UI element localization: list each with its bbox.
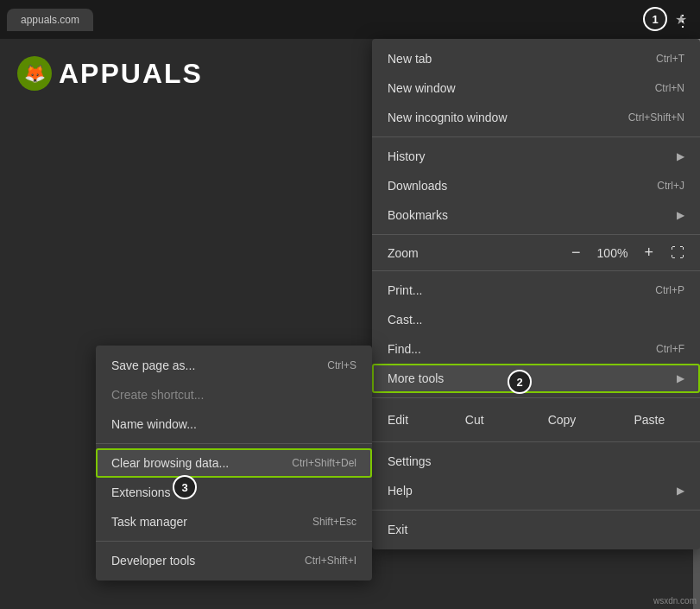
menu-item-new-tab[interactable]: New tab Ctrl+T	[372, 44, 700, 73]
menu-item-settings[interactable]: Settings	[372, 447, 700, 476]
menu-label-settings: Settings	[388, 454, 432, 468]
logo-text: APPUALS	[59, 58, 203, 90]
sub-menu-more-tools: Save page as... Ctrl+S Create shortcut..…	[96, 346, 372, 580]
arrow-history: ▶	[677, 150, 684, 162]
separator-2	[372, 234, 700, 235]
shortcut-downloads: Ctrl+J	[657, 180, 684, 192]
menu-label-incognito: New incognito window	[388, 111, 508, 124]
menu-item-cast[interactable]: Cast...	[372, 305, 700, 334]
menu-item-print[interactable]: Print... Ctrl+P	[372, 276, 700, 305]
separator-4	[372, 397, 700, 398]
menu-label-history: History	[388, 149, 426, 163]
menu-label-help: Help	[388, 484, 413, 498]
main-menu: New tab Ctrl+T New window Ctrl+N New inc…	[372, 39, 700, 549]
copy-button[interactable]: Copy	[518, 408, 605, 432]
separator-6	[372, 510, 700, 511]
submenu-item-task-manager[interactable]: Task manager Shift+Esc	[96, 507, 372, 536]
menu-label-exit: Exit	[388, 523, 407, 536]
zoom-fullscreen-button[interactable]: ⛶	[671, 245, 684, 261]
cut-button[interactable]: Cut	[431, 408, 518, 432]
watermark: wsxdn.com	[653, 596, 697, 606]
menu-item-new-window[interactable]: New window Ctrl+N	[372, 73, 700, 103]
menu-item-more-tools[interactable]: More tools ▶	[372, 364, 700, 393]
sub-separator-1	[96, 443, 372, 444]
arrow-bookmarks: ▶	[677, 209, 684, 221]
browser-top-bar: appuals.com ★	[0, 0, 700, 39]
menu-label-bookmarks: Bookmarks	[388, 208, 448, 222]
shortcut-new-tab: Ctrl+T	[656, 53, 684, 65]
appuals-logo: 🦊 APPUALS	[17, 56, 203, 91]
edit-label: Edit	[379, 413, 431, 427]
shortcut-new-window: Ctrl+N	[655, 82, 684, 94]
menu-item-incognito[interactable]: New incognito window Ctrl+Shift+N	[372, 103, 700, 132]
zoom-minus-button[interactable]: −	[566, 244, 586, 262]
submenu-label-clear-browsing: Clear browsing data...	[111, 456, 229, 470]
separator-3	[372, 270, 700, 271]
menu-item-find[interactable]: Find... Ctrl+F	[372, 334, 700, 364]
zoom-controls: − 100% + ⛶	[566, 244, 684, 262]
shortcut-task-manager: Shift+Esc	[312, 516, 356, 528]
menu-item-history[interactable]: History ▶	[372, 142, 700, 171]
arrow-more-tools: ▶	[677, 372, 684, 384]
submenu-label-extensions: Extensions	[111, 485, 170, 499]
shortcut-save-page: Ctrl+S	[327, 359, 356, 371]
logo-icon: 🦊	[17, 56, 52, 91]
active-tab[interactable]: appuals.com	[7, 9, 93, 31]
menu-item-bookmarks[interactable]: Bookmarks ▶	[372, 200, 700, 230]
menu-item-downloads[interactable]: Downloads Ctrl+J	[372, 171, 700, 200]
menu-item-help[interactable]: Help ▶	[372, 476, 700, 505]
shortcut-clear-browsing: Ctrl+Shift+Del	[292, 457, 356, 469]
shortcut-dev-tools: Ctrl+Shift+I	[305, 555, 356, 567]
submenu-label-dev-tools: Developer tools	[111, 554, 195, 568]
badge-2: 2	[508, 370, 532, 394]
submenu-item-dev-tools[interactable]: Developer tools Ctrl+Shift+I	[96, 546, 372, 575]
shortcut-incognito: Ctrl+Shift+N	[628, 111, 684, 124]
separator-5	[372, 441, 700, 442]
arrow-help: ▶	[677, 485, 684, 497]
menu-label-print: Print...	[388, 283, 422, 297]
submenu-item-create-shortcut[interactable]: Create shortcut...	[96, 380, 372, 409]
shortcut-find: Ctrl+F	[656, 343, 684, 355]
submenu-item-name-window[interactable]: Name window...	[96, 409, 372, 439]
menu-label-new-window: New window	[388, 81, 456, 95]
submenu-label-save-page: Save page as...	[111, 358, 195, 372]
badge-1: 1	[643, 7, 667, 31]
tab-bar: appuals.com	[7, 9, 669, 31]
zoom-label: Zoom	[388, 246, 566, 260]
zoom-value: 100%	[594, 246, 630, 260]
menu-label-downloads: Downloads	[388, 179, 447, 193]
zoom-plus-button[interactable]: +	[639, 244, 659, 262]
submenu-item-save-page[interactable]: Save page as... Ctrl+S	[96, 351, 372, 380]
three-dots-button[interactable]: ⋮	[669, 7, 697, 35]
menu-label-more-tools: More tools	[388, 371, 444, 385]
menu-label-cast: Cast...	[388, 313, 422, 327]
edit-row: Edit Cut Copy Paste	[372, 403, 700, 437]
zoom-row: Zoom − 100% + ⛶	[372, 239, 700, 266]
badge-3: 3	[173, 475, 197, 499]
submenu-item-clear-browsing[interactable]: Clear browsing data... Ctrl+Shift+Del	[96, 448, 372, 478]
shortcut-print: Ctrl+P	[655, 284, 684, 296]
menu-item-exit[interactable]: Exit	[372, 515, 700, 544]
submenu-label-name-window: Name window...	[111, 417, 197, 431]
menu-label-new-tab: New tab	[388, 52, 432, 66]
submenu-label-create-shortcut: Create shortcut...	[111, 388, 204, 402]
paste-button[interactable]: Paste	[606, 408, 693, 432]
separator-1	[372, 136, 700, 137]
sub-separator-2	[96, 541, 372, 542]
submenu-item-extensions[interactable]: Extensions	[96, 478, 372, 507]
menu-label-find: Find...	[388, 342, 421, 356]
submenu-label-task-manager: Task manager	[111, 515, 187, 529]
